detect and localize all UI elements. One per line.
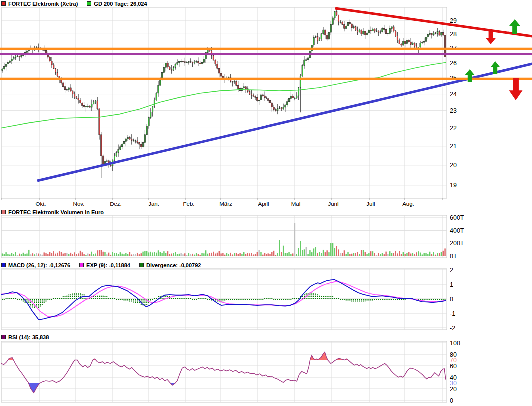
- exp-swatch-icon: [79, 263, 84, 267]
- price-series-label: FORTEC Elektronik (Xetra): [8, 1, 78, 7]
- support-trendline: [37, 64, 532, 181]
- legend-item-exp: EXP (9): -0,11884: [79, 262, 130, 268]
- rsi-swatch-icon: [1, 335, 6, 339]
- legend-item-divergence: Divergence: -0,00792: [139, 262, 201, 268]
- svg-text:24: 24: [450, 91, 457, 98]
- svg-text:-1: -1: [450, 310, 455, 317]
- rsi-bands: [8, 352, 348, 393]
- legend-item-rsi: RSI (14): 35,838: [1, 334, 49, 340]
- rsi-panel: [1, 341, 447, 402]
- svg-text:400T: 400T: [450, 227, 464, 234]
- sell-arrow-icon: [509, 78, 523, 100]
- macd-lines: [1, 280, 446, 320]
- svg-text:Nov.: Nov.: [73, 201, 85, 207]
- price-axis-labels: 1920212223242526272829: [450, 17, 457, 189]
- volume-bars: [2, 223, 446, 256]
- volume-label: FORTEC Elektronik Volumen in Euro: [8, 209, 104, 215]
- macd-axis-labels: 210-1-2: [450, 267, 455, 332]
- main-price-panel: [1, 7, 447, 200]
- svg-text:Juni: Juni: [328, 201, 338, 207]
- stock-chart-page: 1920212223242526272829Okt.Nov.Dez.Jan.Fe…: [0, 0, 532, 406]
- rsi-legend: RSI (14): 35,838: [1, 334, 58, 340]
- svg-text:Jan.: Jan.: [148, 201, 159, 207]
- svg-text:20: 20: [450, 162, 457, 169]
- svg-text:26: 26: [450, 60, 457, 67]
- legend-item-gd200: GD 200 Tage: 26,024: [87, 1, 147, 7]
- legend-item-price: FORTEC Elektronik (Xetra): [1, 1, 78, 7]
- svg-text:200T: 200T: [450, 240, 464, 247]
- divergence-label: Divergence: -0,00792: [146, 262, 201, 268]
- rsi-label: RSI (14): 35,838: [8, 334, 49, 340]
- svg-text:100: 100: [450, 340, 460, 347]
- svg-text:Aug.: Aug.: [402, 201, 414, 207]
- svg-text:60: 60: [450, 363, 457, 370]
- legend-item-volume: FORTEC Elektronik Volumen in Euro: [1, 209, 104, 215]
- gd200-swatch-icon: [87, 1, 91, 6]
- exp-label: EXP (9): -0,11884: [86, 262, 130, 268]
- svg-text:21: 21: [450, 143, 457, 150]
- svg-text:600T: 600T: [450, 214, 464, 221]
- macd-label: MACD (26, 12): -0,12676: [8, 262, 70, 268]
- gd200-line: [1, 63, 446, 128]
- svg-text:Feb.: Feb.: [183, 201, 194, 207]
- volume-axis-labels: 600T400T200T0T: [450, 214, 464, 259]
- chart-canvas: 1920212223242526272829Okt.Nov.Dez.Jan.Fe…: [0, 0, 532, 406]
- svg-text:19: 19: [450, 182, 457, 189]
- svg-text:20: 20: [450, 386, 457, 393]
- divergence-swatch-icon: [139, 263, 144, 267]
- svg-text:1: 1: [450, 281, 453, 288]
- svg-text:29: 29: [450, 17, 457, 24]
- svg-text:-2: -2: [450, 325, 455, 332]
- svg-text:2: 2: [450, 267, 453, 274]
- price-series-swatch-icon: [1, 1, 6, 6]
- svg-text:23: 23: [450, 107, 457, 114]
- svg-text:0: 0: [450, 296, 453, 303]
- svg-text:April: April: [258, 201, 269, 207]
- svg-text:Mai: Mai: [291, 201, 301, 207]
- volume-swatch-icon: [1, 210, 6, 214]
- svg-text:Dez.: Dez.: [110, 201, 122, 207]
- svg-text:0T: 0T: [450, 253, 457, 260]
- svg-text:Juli: Juli: [366, 201, 375, 207]
- legend-item-macd: MACD (26, 12): -0,12676: [1, 262, 70, 268]
- svg-text:März: März: [219, 201, 232, 207]
- svg-text:22: 22: [450, 125, 457, 132]
- main-chart-legend: FORTEC Elektronik (Xetra) GD 200 Tage: 2…: [1, 0, 156, 7]
- rsi-line: [1, 352, 446, 393]
- sell-arrow-icon: [486, 31, 496, 44]
- buy-arrow-icon: [509, 19, 520, 34]
- macd-legend: MACD (26, 12): -0,12676 EXP (9): -0,1188…: [1, 262, 210, 268]
- volume-legend: FORTEC Elektronik Volumen in Euro: [1, 209, 113, 215]
- gd200-label: GD 200 Tage: 26,024: [94, 1, 147, 7]
- svg-text:28: 28: [450, 31, 457, 38]
- macd-swatch-icon: [1, 263, 6, 267]
- volume-panel: [1, 215, 447, 258]
- svg-text:0: 0: [450, 397, 453, 404]
- rsi-axis-labels: 1008070604030200: [450, 340, 460, 404]
- svg-text:Okt.: Okt.: [35, 201, 46, 207]
- month-axis-labels: Okt.Nov.Dez.Jan.Feb.MärzAprilMaiJuniJuli…: [35, 201, 414, 207]
